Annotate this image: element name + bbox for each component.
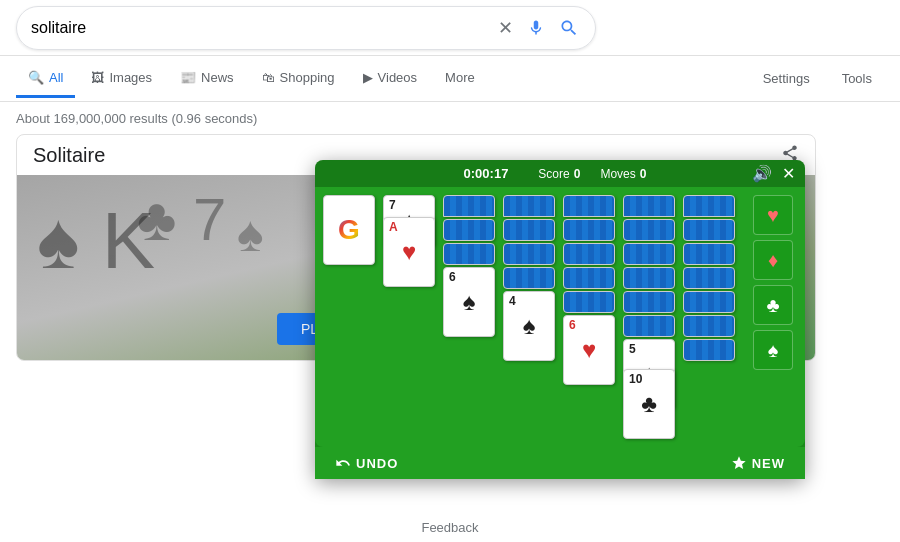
card-column-6 [683, 195, 738, 439]
card-6-hearts[interactable]: 6 ♥ [563, 315, 615, 385]
card-column-2: 6 ♠ [443, 195, 498, 439]
game-header: 0:00:17 Score 0 Moves 0 🔊 ✕ [315, 160, 805, 187]
clear-button[interactable]: ✕ [496, 15, 515, 41]
card-value-top: 6 [569, 319, 576, 331]
face-down-card-col6-4[interactable] [683, 267, 735, 289]
tab-shopping[interactable]: 🛍 Shopping [250, 60, 347, 98]
card-column-4: 6 ♥ [563, 195, 618, 439]
face-down-card-col3-1[interactable] [503, 195, 555, 217]
foundation-spade[interactable]: ♠ [753, 330, 793, 370]
tab-all[interactable]: 🔍 All [16, 60, 75, 98]
face-down-card-col4-3[interactable] [563, 243, 615, 265]
face-down-card-col5-4[interactable] [623, 267, 675, 289]
game-timer: 0:00:17 [464, 166, 509, 181]
foundation-area: ♥ ♦ ♣ ♠ [753, 195, 797, 439]
tab-videos[interactable]: ▶ Videos [351, 60, 430, 98]
nav-tabs: 🔍 All 🖼 Images 📰 News 🛍 Shopping ▶ Video… [0, 56, 900, 102]
face-down-card-col4-4[interactable] [563, 267, 615, 289]
face-down-card-col2-2[interactable] [443, 219, 495, 241]
card-columns: G 7 ♠ A ♥ 6 ♠ [323, 195, 747, 439]
search-bar-container: solitaire ✕ [0, 0, 900, 56]
tab-images[interactable]: 🖼 Images [79, 60, 164, 98]
microphone-button[interactable] [525, 17, 547, 39]
new-game-button[interactable]: NEW [731, 455, 785, 471]
undo-button[interactable]: UNDO [335, 455, 398, 471]
face-down-card-col5-6[interactable] [623, 315, 675, 337]
game-header-icons: 🔊 ✕ [752, 164, 795, 183]
face-down-card-col3-4[interactable] [503, 267, 555, 289]
card-value-top: 6 [449, 271, 456, 283]
face-down-card-col6-3[interactable] [683, 243, 735, 265]
card-value-top: 10 [629, 373, 642, 385]
face-down-card-col4-5[interactable] [563, 291, 615, 313]
card-value-top: 4 [509, 295, 516, 307]
card-suit-center: ♠ [523, 314, 536, 338]
card-column-3: 4 ♠ [503, 195, 558, 439]
game-bottom-bar: UNDO NEW [315, 447, 805, 479]
game-overlay: 0:00:17 Score 0 Moves 0 🔊 ✕ G [315, 160, 805, 479]
search-input-wrapper: solitaire ✕ [16, 6, 596, 50]
card-4-spades[interactable]: 4 ♠ [503, 291, 555, 361]
face-down-card-col6-6[interactable] [683, 315, 735, 337]
search-icons: ✕ [496, 15, 581, 41]
face-down-card-col5-5[interactable] [623, 291, 675, 313]
feedback-bar: Feedback [0, 512, 900, 542]
moves-value: 0 [640, 167, 647, 181]
face-down-card-col6-5[interactable] [683, 291, 735, 313]
card-10-clubs[interactable]: 10 ♣ [623, 369, 675, 439]
videos-tab-icon: ▶ [363, 70, 373, 85]
shopping-tab-icon: 🛍 [262, 70, 275, 85]
moves-label: Moves [600, 167, 635, 181]
nav-right: Settings Tools [751, 61, 884, 96]
card-6-spades[interactable]: 6 ♠ [443, 267, 495, 337]
card-suit-center: ♣ [641, 392, 657, 416]
results-info: About 169,000,000 results (0.96 seconds) [0, 102, 900, 134]
face-down-card-col6-7[interactable] [683, 339, 735, 361]
feedback-link[interactable]: Feedback [421, 520, 478, 535]
face-down-card-col5-3[interactable] [623, 243, 675, 265]
score-section: Score 0 [538, 167, 580, 181]
search-button[interactable] [557, 16, 581, 40]
close-button[interactable]: ✕ [782, 164, 795, 183]
tab-settings[interactable]: Settings [751, 61, 822, 96]
search-tab-icon: 🔍 [28, 70, 44, 85]
foundation-heart[interactable]: ♥ [753, 195, 793, 235]
face-down-card-col3-3[interactable] [503, 243, 555, 265]
volume-button[interactable]: 🔊 [752, 164, 772, 183]
card-suit-center: ♠ [463, 290, 476, 314]
moves-section: Moves 0 [600, 167, 646, 181]
tab-news[interactable]: 📰 News [168, 60, 246, 98]
solitaire-title: Solitaire [33, 144, 105, 167]
search-input[interactable]: solitaire [31, 19, 488, 37]
face-down-card-col4-2[interactable] [563, 219, 615, 241]
google-g-icon: G [338, 214, 360, 246]
foundation-club[interactable]: ♣ [753, 285, 793, 325]
face-down-card-col5-2[interactable] [623, 219, 675, 241]
face-down-card-col2-1[interactable] [443, 195, 495, 217]
card-a-hearts[interactable]: A ♥ [383, 217, 435, 287]
face-down-card-col6-1[interactable] [683, 195, 735, 217]
foundation-diamond[interactable]: ♦ [753, 240, 793, 280]
game-area: G 7 ♠ A ♥ 6 ♠ [315, 187, 805, 447]
card-suit-center: ♥ [582, 338, 596, 362]
face-down-card-col4-1[interactable] [563, 195, 615, 217]
card-value-top: 5 [629, 343, 636, 355]
card-value-top: 7 [389, 199, 396, 211]
face-down-card-col3-2[interactable] [503, 219, 555, 241]
images-tab-icon: 🖼 [91, 70, 104, 85]
face-down-card-col5-1[interactable] [623, 195, 675, 217]
card-column-1: 7 ♠ A ♥ [383, 195, 438, 439]
face-down-card-col6-2[interactable] [683, 219, 735, 241]
news-tab-icon: 📰 [180, 70, 196, 85]
tab-tools[interactable]: Tools [830, 61, 884, 96]
card-column-0: G [323, 195, 378, 439]
score-value: 0 [574, 167, 581, 181]
google-card[interactable]: G [323, 195, 375, 265]
tab-more[interactable]: More [433, 60, 487, 98]
card-value-top: A [389, 221, 398, 233]
card-column-5: 5 ♠ 10 ♣ [623, 195, 678, 439]
card-suit-center: ♥ [402, 240, 416, 264]
score-label: Score [538, 167, 569, 181]
face-down-card-col2-3[interactable] [443, 243, 495, 265]
